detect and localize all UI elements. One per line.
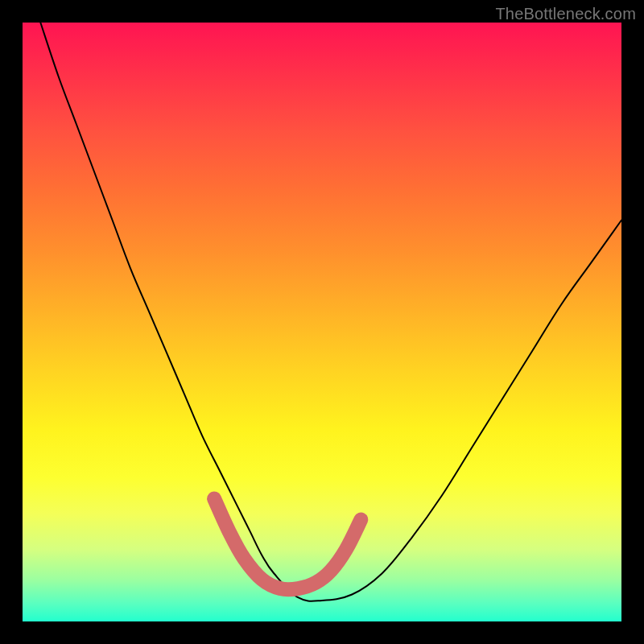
bottleneck-curve bbox=[40, 23, 621, 601]
watermark-text: TheBottleneck.com bbox=[495, 5, 636, 23]
no-bottleneck-arc bbox=[214, 498, 361, 589]
chart-svg bbox=[23, 23, 621, 621]
chart-plot-area bbox=[23, 23, 621, 621]
